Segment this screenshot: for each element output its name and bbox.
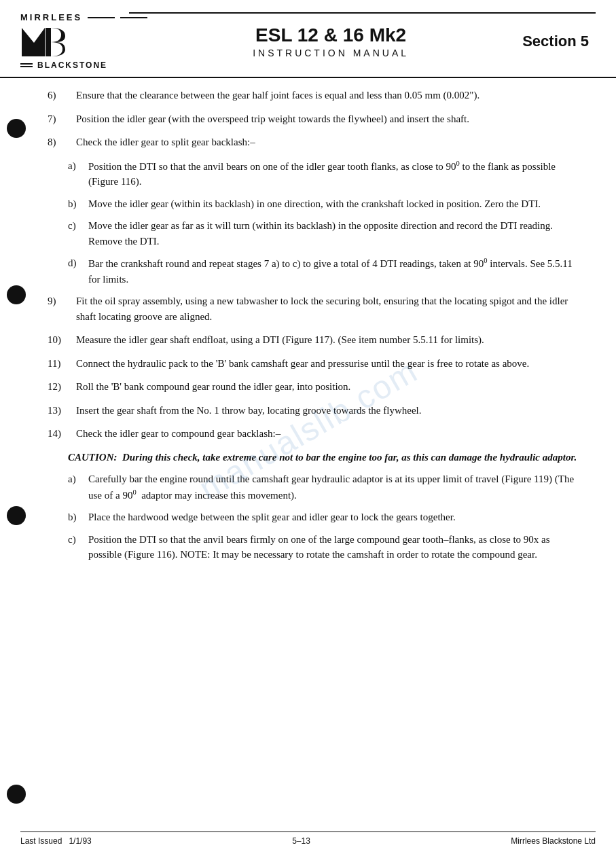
mb-logo xyxy=(20,24,68,59)
header: MIRRLEES BL xyxy=(0,0,616,78)
mirrlees-label: MIRRLEES xyxy=(20,12,147,22)
sub-item-8c-text: Move the idler gear as far as it will tu… xyxy=(88,218,579,249)
header-section: Section 5 xyxy=(514,33,596,50)
header-title: ESL 12 & 16 Mk2 xyxy=(161,24,501,46)
item-10: 10) Measure the idler gear shaft endfloa… xyxy=(48,332,579,348)
item-8-num: 8) xyxy=(48,135,76,150)
sub-item-8b: b) Move the idler gear (within its backl… xyxy=(68,196,579,212)
mirrlees-line2 xyxy=(120,17,147,18)
svg-marker-0 xyxy=(22,28,45,56)
item-10-text: Measure the idler gear shaft endfloat, u… xyxy=(76,332,579,348)
item-14-text: Check the idler gear to compound gear ba… xyxy=(76,426,579,442)
sub-item-14c-label: c) xyxy=(68,532,88,562)
svg-rect-1 xyxy=(46,28,51,56)
item-12-num: 12) xyxy=(48,379,76,395)
caution-label: CAUTION: xyxy=(68,452,117,463)
item-11-num: 11) xyxy=(48,356,76,372)
sub-item-8d-label: d) xyxy=(68,255,88,287)
item-7-num: 7) xyxy=(48,111,76,127)
footer-page-num: 5–13 xyxy=(292,836,310,846)
blackstone-label: BLACKSTONE xyxy=(20,60,107,70)
mb-svg-icon xyxy=(20,24,68,59)
blackstone-lines xyxy=(20,63,33,67)
item-7: 7) Position the idler gear (with the ove… xyxy=(48,111,579,127)
header-subtitle: INSTRUCTION MANUAL xyxy=(161,48,501,58)
item-6: 6) Ensure that the clearance between the… xyxy=(48,88,579,103)
item-13-text: Insert the gear shaft from the No. 1 thr… xyxy=(76,403,579,418)
sub-item-14b: b) Place the hardwood wedge between the … xyxy=(68,510,579,525)
item-10-num: 10) xyxy=(48,332,76,348)
item-14: 14) Check the idler gear to compound gea… xyxy=(48,426,579,442)
footer-company: Mirrlees Blackstone Ltd xyxy=(511,836,596,846)
header-center: ESL 12 & 16 Mk2 INSTRUCTION MANUAL xyxy=(147,24,514,58)
sub-item-8a: a) Position the DTI so that the anvil be… xyxy=(68,158,579,190)
item-8-text: Check the idler gear to split gear backl… xyxy=(76,135,579,150)
mirrlees-line xyxy=(88,17,115,18)
sub-item-14a-label: a) xyxy=(68,471,88,503)
sub-item-8d-text: Bar the crankshaft round and repeat stag… xyxy=(88,255,579,287)
item-11-text: Connect the hydraulic pack to the 'B' ba… xyxy=(76,356,579,372)
sub-item-14a-text: Carefully bar the engine round until the… xyxy=(88,471,579,503)
item-13: 13) Insert the gear shaft from the No. 1… xyxy=(48,403,579,418)
footer-last-issued: Last Issued 1/1/93 xyxy=(20,836,92,846)
page: MIRRLEES BL xyxy=(0,0,616,858)
sub-item-14c: c) Position the DTI so that the anvil be… xyxy=(68,532,579,562)
sub-item-14b-label: b) xyxy=(68,510,88,525)
caution-text: During this check, take extreme care not… xyxy=(122,452,577,463)
sub-item-8c-label: c) xyxy=(68,218,88,249)
item-6-num: 6) xyxy=(48,88,76,103)
item-9: 9) Fit the oil spray assembly, using a n… xyxy=(48,293,579,324)
sub-item-8a-text: Position the DTI so that the anvil bears… xyxy=(88,158,579,190)
blackstone-line1 xyxy=(20,63,33,65)
sub-item-14b-text: Place the hardwood wedge between the spl… xyxy=(88,510,579,525)
item-12: 12) Roll the 'B' bank compound gear roun… xyxy=(48,379,579,395)
item-7-text: Position the idler gear (with the oversp… xyxy=(76,111,579,127)
item-11: 11) Connect the hydraulic pack to the 'B… xyxy=(48,356,579,372)
item-12-text: Roll the 'B' bank compound gear round th… xyxy=(76,379,579,395)
sub-item-8b-text: Move the idler gear (within its backlash… xyxy=(88,196,579,212)
sub-item-8c: c) Move the idler gear as far as it will… xyxy=(68,218,579,249)
item-9-text: Fit the oil spray assembly, using a new … xyxy=(76,293,579,324)
sub-item-14a: a) Carefully bar the engine round until … xyxy=(68,471,579,503)
caution-block: CAUTION: During this check, take extreme… xyxy=(68,450,579,465)
item-13-num: 13) xyxy=(48,403,76,418)
blackstone-line2 xyxy=(20,66,33,67)
bullet-circle-4 xyxy=(7,785,26,804)
content: 6) Ensure that the clearance between the… xyxy=(0,78,616,579)
logo-area: MIRRLEES BL xyxy=(20,12,147,70)
item-14-num: 14) xyxy=(48,426,76,442)
item-9-num: 9) xyxy=(48,293,76,324)
item-6-text: Ensure that the clearance between the ge… xyxy=(76,88,579,103)
sub-item-14c-text: Position the DTI so that the anvil bears… xyxy=(88,532,579,562)
item-8: 8) Check the idler gear to split gear ba… xyxy=(48,135,579,150)
footer: Last Issued 1/1/93 5–13 Mirrlees Blackst… xyxy=(20,832,596,846)
sub-item-8d: d) Bar the crankshaft round and repeat s… xyxy=(68,255,579,287)
sub-item-8a-label: a) xyxy=(68,158,88,190)
sub-item-8b-label: b) xyxy=(68,196,88,212)
